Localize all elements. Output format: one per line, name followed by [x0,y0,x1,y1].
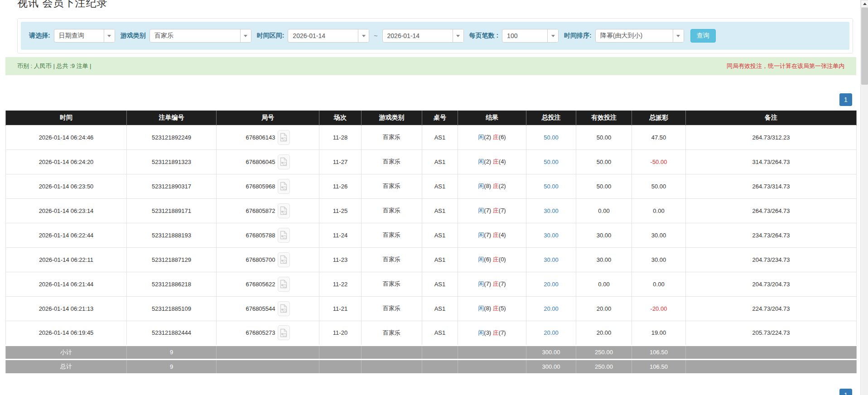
summary-currency-count: 币别 : 人民币 | 总共 :9 注单 | [17,62,92,70]
cell-table-no: AS1 [422,174,458,198]
video-replay-icon[interactable] [278,277,290,292]
cell-payout: 50.00 [632,174,686,198]
cell-time: 2026-01-14 06:24:20 [6,149,127,174]
cell-remark: 264.73/312.23 [686,125,857,149]
cell-game-type: 百家乐 [362,247,422,272]
sort-value: 降幂(由大到小) [596,29,673,42]
result-player-label: 闲 [478,183,484,189]
cell-round-id: 676805622 [217,272,319,296]
cell-total-bet[interactable]: 30.00 [526,247,576,272]
col-header-bet-id: 注单编号 [127,111,217,125]
result-banker-score: (7) [499,207,506,214]
query-type-select[interactable]: 日期查询 [54,29,115,43]
total-count: 9 [127,359,217,373]
cell-total-bet[interactable]: 50.00 [526,174,576,198]
total-total-bet: 300.00 [526,359,576,373]
cell-total-bet[interactable]: 20.00 [526,272,576,296]
cell-table-no: AS1 [422,321,458,345]
search-button[interactable]: 查询 [690,29,716,43]
cell-game-type: 百家乐 [362,149,422,174]
col-header-valid-bet: 有效投注 [576,111,632,125]
result-player-score: (7) [484,280,493,287]
cell-remark: 204.73/234.73 [686,247,857,272]
cell-total-bet[interactable]: 50.00 [526,125,576,149]
date-from-select[interactable]: 2026-01-14 [288,29,369,43]
cell-total-bet[interactable]: 30.00 [526,223,576,247]
table-row: 2026-01-14 06:24:20523121891323676806045… [6,149,857,174]
scrollbar-thumb[interactable] [861,8,868,85]
sort-label: 时间排序: [564,32,592,40]
table-row: 2026-01-14 06:21:44523121886218676805622… [6,272,857,296]
cell-payout: -50.00 [632,149,686,174]
chevron-down-icon[interactable] [453,29,463,42]
chevron-down-icon[interactable] [547,29,558,42]
video-replay-icon[interactable] [278,252,290,267]
result-player-label: 闲 [478,207,484,214]
round-id-text: 676805622 [246,281,275,288]
filter-bar: 请选择: 日期查询 游戏类别 百家乐 时间区间: 2026-01-14 ~ 20… [21,22,849,50]
game-type-select[interactable]: 百家乐 [149,29,251,43]
cell-result: 闲(2) 庄(6) [458,125,526,149]
cell-bet-id: 523121882444 [127,321,217,345]
page-1-button[interactable]: 1 [839,93,852,106]
cell-payout: 47.50 [632,125,686,149]
cell-table-no: AS1 [422,272,458,296]
col-header-remark: 备注 [686,111,857,125]
video-replay-icon[interactable] [278,154,290,169]
page-1-button[interactable]: 1 [839,389,852,395]
vertical-scrollbar[interactable] [860,0,868,395]
video-replay-icon[interactable] [278,228,290,243]
cell-round-id: 676805700 [217,247,319,272]
chevron-down-icon[interactable] [673,29,684,42]
date-to-select[interactable]: 2026-01-14 [382,29,464,43]
video-replay-icon[interactable] [278,179,290,194]
result-banker-score: (7) [499,329,506,336]
chevron-down-icon[interactable] [240,29,251,42]
cell-result: 闲(7) 庄(4) [458,223,526,247]
video-replay-icon[interactable] [278,203,290,218]
cell-valid-bet: 30.00 [576,223,632,247]
result-banker-label: 庄 [493,231,499,238]
result-banker-score: (5) [499,305,506,312]
total-valid-bet: 250.00 [576,359,632,373]
result-banker-label: 庄 [493,158,499,165]
table-row: 2026-01-14 06:21:13523121885109676805544… [6,296,857,321]
result-player-score: (8) [484,183,493,189]
cell-session: 11-22 [319,272,362,296]
cell-session: 11-28 [319,125,362,149]
cell-game-type: 百家乐 [362,174,422,198]
table-row: 2026-01-14 06:22:44523121888193676805788… [6,223,857,247]
cell-total-bet[interactable]: 20.00 [526,296,576,321]
result-banker-label: 庄 [493,134,499,140]
col-header-total-bet: 总投注 [526,111,576,125]
cell-total-bet[interactable]: 30.00 [526,198,576,223]
cell-total-bet[interactable]: 20.00 [526,321,576,345]
cell-session: 11-24 [319,223,362,247]
cell-time: 2026-01-14 06:22:44 [6,223,127,247]
scroll-up-arrow-icon[interactable] [861,0,868,8]
cell-time: 2026-01-14 06:21:44 [6,272,127,296]
main-content: 视讯 会员下注纪录 请选择: 日期查询 游戏类别 百家乐 时间区间: 2026-… [0,0,860,391]
cell-valid-bet: 50.00 [576,149,632,174]
cell-valid-bet: 20.00 [576,321,632,345]
chevron-down-icon[interactable] [358,29,369,42]
video-replay-icon[interactable] [278,301,290,316]
cell-valid-bet: 20.00 [576,296,632,321]
cell-round-id: 676805968 [217,174,319,198]
cell-valid-bet: 50.00 [576,174,632,198]
cell-total-bet[interactable]: 50.00 [526,149,576,174]
round-id-text: 676805700 [246,256,275,263]
page-size-label: 每页笔数 : [469,32,499,40]
page-size-select[interactable]: 100 [502,29,559,43]
chevron-down-icon[interactable] [104,29,115,42]
table-row: 2026-01-14 06:23:50523121890317676805968… [6,174,857,198]
video-replay-icon[interactable] [278,325,290,340]
result-banker-score: (7) [499,280,506,287]
subtotal-count: 9 [127,345,217,359]
game-type-label: 游戏类别 [121,32,146,40]
page-title: 视讯 会员下注纪录 [17,0,860,10]
video-replay-icon[interactable] [278,130,290,145]
sort-select[interactable]: 降幂(由大到小) [595,29,684,43]
cell-time: 2026-01-14 06:19:45 [6,321,127,345]
cell-session: 11-23 [319,247,362,272]
